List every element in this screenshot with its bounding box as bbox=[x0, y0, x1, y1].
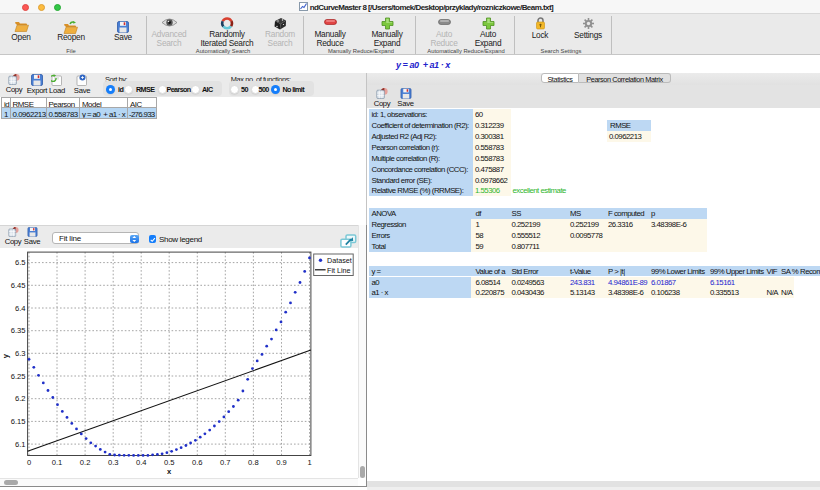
svg-text:6.3: 6.3 bbox=[15, 349, 26, 358]
svg-text:0.7: 0.7 bbox=[220, 458, 231, 467]
svg-text:x: x bbox=[167, 467, 172, 476]
svg-text:0.1: 0.1 bbox=[52, 458, 63, 467]
svg-text:6.15: 6.15 bbox=[11, 417, 26, 426]
svg-text:y: y bbox=[1, 353, 10, 358]
svg-text:6.4: 6.4 bbox=[15, 304, 26, 313]
svg-text:Dataset: Dataset bbox=[327, 256, 352, 265]
svg-text:6.35: 6.35 bbox=[11, 326, 26, 335]
svg-text:0.2: 0.2 bbox=[80, 458, 91, 467]
svg-text:0.9: 0.9 bbox=[276, 458, 287, 467]
svg-text:6.2: 6.2 bbox=[15, 394, 26, 403]
svg-text:6.5: 6.5 bbox=[15, 258, 26, 267]
svg-text:0.6: 0.6 bbox=[192, 458, 203, 467]
svg-text:6.25: 6.25 bbox=[11, 372, 26, 381]
svg-text:0.5: 0.5 bbox=[164, 458, 175, 467]
svg-text:0.4: 0.4 bbox=[136, 458, 147, 467]
svg-text:1: 1 bbox=[307, 458, 311, 467]
svg-text:0.8: 0.8 bbox=[248, 458, 259, 467]
svg-text:0: 0 bbox=[27, 458, 31, 467]
svg-text:6.45: 6.45 bbox=[11, 281, 26, 290]
svg-text:0.3: 0.3 bbox=[108, 458, 119, 467]
svg-text:6.1: 6.1 bbox=[15, 440, 26, 449]
svg-text:Fit Line: Fit Line bbox=[327, 266, 351, 275]
